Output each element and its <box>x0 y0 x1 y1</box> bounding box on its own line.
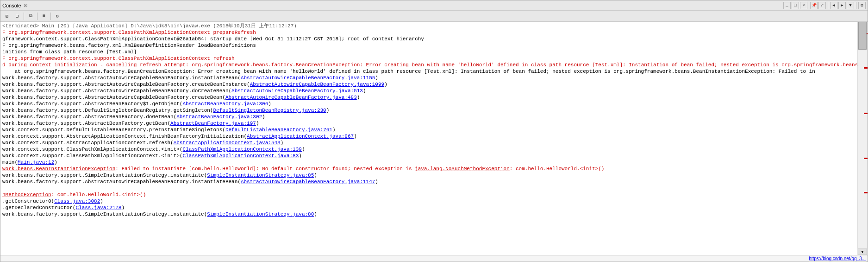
close-button[interactable]: × <box>800 2 807 9</box>
console-line: work.context.support.AbstractApplication… <box>2 140 848 146</box>
stack-link[interactable]: AbstractApplicationContext.java:867 <box>247 134 354 139</box>
stack-link[interactable]: DefaultSingletonBeanRegistry.java:230 <box>213 108 326 113</box>
stack-link[interactable]: AbstractApplicationContext.java:543 <box>174 140 281 146</box>
console-line: work.beans.factory.support.SimpleInstant… <box>2 172 848 179</box>
stack-link[interactable]: AbstractAutowireCapableBeanFactory.java:… <box>225 95 357 100</box>
console-line: work.beans.factory.support.DefaultSingle… <box>2 107 848 114</box>
bean-instantiation-exception-link[interactable]: org.springframework.beans.BeanInstantiat… <box>781 62 857 68</box>
title-bar-left: Console ⊠ <box>2 3 27 8</box>
console-line: work.beans.factory.support.AbstractAutow… <box>2 179 848 185</box>
stack-link[interactable]: Class.java:3082 <box>54 198 100 204</box>
console-line: work.beans.factory.support.AbstractAutow… <box>2 94 848 101</box>
console-output[interactable]: <terminated> Main (20) [Java Application… <box>0 22 857 255</box>
console-line: .getConstructor0(Class.java:3082) <box>2 198 848 204</box>
stack-link[interactable]: SimpleInstantiationStrategy.java:80 <box>207 211 314 217</box>
maximize-button[interactable]: □ <box>792 2 799 9</box>
csdn-link[interactable]: https://blog.csdn.net/qq_3... <box>809 256 866 261</box>
stack-link[interactable]: Main.java:12 <box>18 160 54 165</box>
console-line: initions from class path resource [Test.… <box>2 49 848 55</box>
pin-button[interactable]: 📌 <box>810 2 818 9</box>
console-line: work.beans.factory.support.AbstractAutow… <box>2 81 848 88</box>
stack-link[interactable]: AbstractAutowireCapableBeanFactory.java:… <box>241 179 375 185</box>
console-line: work.beans.factory.support.SimpleInstant… <box>2 211 848 217</box>
stack-link[interactable]: ClassPathXmlApplicationContext.java:139 <box>182 147 301 152</box>
console-line: work.context.support.AbstractApplication… <box>2 133 848 140</box>
console-line: work.beans.factory.support.AbstractBeanF… <box>2 101 848 107</box>
console-line: F org.springframework.context.support.Cl… <box>2 55 848 62</box>
console-line: F org.springframework.beans.factory.xml.… <box>2 42 848 49</box>
stack-link[interactable]: AbstractBeanFactory.java:306 <box>182 101 268 107</box>
scrollbar-area: ▼ <box>857 22 868 255</box>
console-line: work.beans.factory.support.AbstractAutow… <box>2 75 848 81</box>
error-indicator <box>864 192 868 193</box>
console-line: work.beans.factory.support.AbstractBeanF… <box>2 114 848 120</box>
console-toolbar: ⊠ ⊟ ⧉ ≡ ⚙ <box>0 11 868 22</box>
prev-button[interactable]: ◀ <box>830 2 837 9</box>
error-indicator <box>864 158 868 159</box>
stack-link[interactable]: SimpleInstantiationStrategy.java:85 <box>207 173 314 178</box>
error-indicator <box>864 113 868 114</box>
console-line: work.beans.factory.support.AbstractAutow… <box>2 88 848 94</box>
stack-link[interactable]: AbstractAutowireCapableBeanFactory.java:… <box>231 88 363 94</box>
bottom-link-bar: https://blog.csdn.net/qq_3... <box>0 255 868 262</box>
clear-button[interactable]: ⊠ <box>2 12 12 20</box>
title-bar-right: _ □ × 📌 ⤢ ◀ ▶ ▼ ⊡ <box>783 2 866 9</box>
no-such-method-exception-link[interactable]: java.lang.NoSuchMethodException <box>415 166 510 172</box>
next-button[interactable]: ▶ <box>838 2 846 9</box>
expand-button[interactable]: ⤢ <box>818 2 826 9</box>
bean-creation-exception-link[interactable]: org.springframework.beans.factory.BeanCr… <box>192 62 360 68</box>
copy-button[interactable]: ⧉ <box>26 12 35 20</box>
stack-link[interactable]: AbstractAutowireCapableBeanFactory.java:… <box>250 82 384 87</box>
scroll-thumb[interactable] <box>858 22 867 50</box>
restore-button[interactable]: ⊡ <box>858 2 866 9</box>
console-line: .getDeclaredConstructor(Class.java:2178) <box>2 204 848 211</box>
console-line: main(Main.java:12) <box>2 159 848 166</box>
title-bar: Console ⊠ _ □ × 📌 ⤢ ◀ ▶ ▼ ⊡ <box>0 0 868 11</box>
console-line: d during context initialization - cancel… <box>2 62 848 68</box>
stack-link[interactable]: AbstractAutowireCapableBeanFactory.java:… <box>241 75 375 81</box>
stack-link[interactable]: AbstractBeanFactory.java:302 <box>176 114 262 120</box>
scroll-lock-button[interactable]: ⊟ <box>12 12 22 20</box>
error-indicator <box>864 67 868 69</box>
minimize-button[interactable]: _ <box>783 2 791 9</box>
stack-link[interactable]: Class.java:2178 <box>75 205 121 211</box>
console-line: gframework.context.support.ClassPathXmlA… <box>2 36 848 42</box>
console-window: Console ⊠ _ □ × 📌 ⤢ ◀ ▶ ▼ ⊡ ⊠ ⊟ ⧉ ≡ ⚙ <t… <box>0 0 868 262</box>
console-line: <terminated> Main (20) [Java Application… <box>2 23 848 29</box>
console-line: work.context.support.ClassPathXmlApplica… <box>2 146 848 153</box>
settings-button[interactable]: ⚙ <box>53 12 62 20</box>
console-line: work.context.support.ClassPathXmlApplica… <box>2 153 848 159</box>
dropdown-button[interactable]: ▼ <box>847 2 854 9</box>
console-title: Console <box>2 3 21 8</box>
stack-link[interactable]: DefaultListableBeanFactory.java:761 <box>225 127 332 133</box>
console-line: work.beans.factory.support.AbstractBeanF… <box>2 120 848 127</box>
scroll-track <box>858 22 868 249</box>
bean-instantiation-exception-link2[interactable]: work.beans.BeanInstantiationException <box>2 166 115 172</box>
console-line: at org.springframework.beans.factory.Bea… <box>2 68 848 75</box>
filter-button[interactable]: ≡ <box>39 12 49 20</box>
no-such-method-exception-link2[interactable]: hMethodException <box>2 192 51 198</box>
stack-link[interactable]: ClassPathXmlApplicationContext.java:83 <box>182 153 299 159</box>
console-line: F org.springframework.context.support.Cl… <box>2 29 848 36</box>
blank-line <box>2 185 848 192</box>
console-line: work.context.support.DefaultListableBean… <box>2 127 848 133</box>
console-title-x: ⊠ <box>24 3 27 8</box>
stack-link[interactable]: AbstractBeanFactory.java:197 <box>170 121 256 126</box>
console-line: hMethodException: com.hello.HelloWorld.<… <box>2 192 848 198</box>
console-line: work.beans.BeanInstantiationException: F… <box>2 166 848 172</box>
scroll-down-button[interactable]: ▼ <box>858 249 867 255</box>
